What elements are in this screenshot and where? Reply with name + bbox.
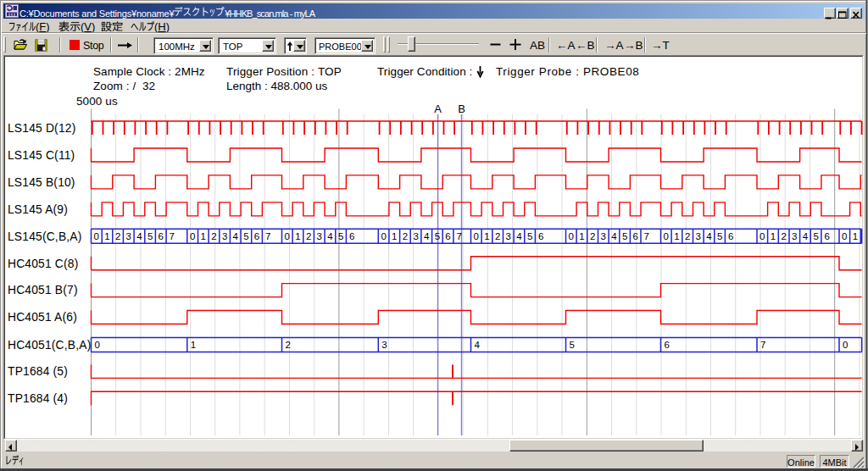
svg-text:1: 1: [853, 231, 858, 241]
svg-text:3: 3: [506, 231, 511, 241]
svg-text:4: 4: [706, 231, 712, 241]
svg-text:6: 6: [445, 231, 450, 241]
svg-text:4: 4: [424, 231, 430, 241]
svg-text:3: 3: [126, 231, 131, 241]
svg-text:0: 0: [381, 231, 386, 241]
svg-text:5: 5: [813, 231, 818, 241]
svg-text:Trigger Condition :: Trigger Condition :: [377, 65, 472, 78]
svg-text:5: 5: [243, 231, 248, 241]
svg-text:5: 5: [622, 231, 627, 241]
svg-text:1: 1: [191, 340, 196, 350]
svg-text:Zoom : / 32: Zoom : / 32: [93, 80, 155, 92]
svg-text:Trigger Position : TOP: Trigger Position : TOP: [226, 65, 342, 78]
svg-text:6: 6: [254, 231, 259, 241]
svg-text:4: 4: [327, 231, 333, 241]
svg-text:HC4051(C,B,A): HC4051(C,B,A): [8, 339, 91, 352]
svg-text:5: 5: [435, 231, 440, 241]
svg-text:4: 4: [232, 231, 238, 241]
svg-text:7: 7: [170, 231, 175, 241]
svg-text:2: 2: [685, 231, 690, 241]
svg-text:7: 7: [760, 340, 765, 350]
svg-text:Length : 488.000 us: Length : 488.000 us: [226, 80, 328, 92]
svg-text:2: 2: [286, 340, 291, 350]
svg-text:1: 1: [484, 231, 489, 241]
svg-text:6: 6: [824, 231, 829, 241]
svg-text:0: 0: [285, 231, 290, 241]
svg-text:2: 2: [115, 231, 120, 241]
svg-text:5000 us: 5000 us: [76, 95, 118, 108]
svg-text:6: 6: [349, 231, 354, 241]
svg-text:0: 0: [569, 231, 574, 241]
svg-text:3: 3: [222, 231, 227, 241]
svg-text:4: 4: [136, 231, 142, 241]
svg-text:LS145 B(10): LS145 B(10): [8, 176, 75, 189]
svg-text:5: 5: [147, 231, 153, 241]
svg-text:5: 5: [338, 231, 343, 241]
svg-text:2: 2: [211, 231, 216, 241]
svg-text:0: 0: [842, 231, 847, 241]
svg-text:4: 4: [475, 340, 481, 350]
svg-text:2: 2: [495, 231, 500, 241]
svg-text:5: 5: [570, 340, 575, 350]
svg-text:4: 4: [611, 231, 617, 241]
svg-text:HC4051 A(6): HC4051 A(6): [8, 311, 77, 324]
svg-text:Trigger Probe : PROBE08: Trigger Probe : PROBE08: [496, 65, 639, 78]
svg-text:5: 5: [527, 231, 532, 241]
svg-text:0: 0: [843, 340, 848, 350]
svg-text:6: 6: [158, 231, 163, 241]
svg-text:6: 6: [728, 231, 733, 241]
svg-text:7: 7: [456, 231, 461, 241]
svg-text:2: 2: [781, 231, 786, 241]
svg-text:4: 4: [803, 231, 809, 241]
svg-text:LS145 D(12): LS145 D(12): [8, 122, 75, 135]
svg-text:3: 3: [792, 231, 797, 241]
svg-text:0: 0: [94, 231, 99, 241]
svg-text:3: 3: [317, 231, 322, 241]
svg-text:1: 1: [392, 231, 397, 241]
svg-text:LS145 A(9): LS145 A(9): [8, 203, 68, 216]
svg-text:2: 2: [403, 231, 408, 241]
svg-text:1: 1: [674, 231, 679, 241]
svg-text:7: 7: [265, 231, 270, 241]
svg-text:3: 3: [696, 231, 701, 241]
svg-text:1: 1: [579, 231, 584, 241]
svg-text:B: B: [458, 103, 465, 115]
svg-text:Sample Clock : 2MHz: Sample Clock : 2MHz: [93, 65, 205, 78]
svg-text:4: 4: [516, 231, 522, 241]
svg-text:2: 2: [590, 231, 595, 241]
svg-text:HC4051 C(8): HC4051 C(8): [8, 258, 78, 270]
svg-text:0: 0: [474, 231, 479, 241]
svg-text:HC4051 B(7): HC4051 B(7): [8, 284, 78, 296]
svg-text:0: 0: [190, 231, 195, 241]
svg-text:1: 1: [201, 231, 206, 241]
svg-text:6: 6: [538, 231, 543, 241]
svg-text:A: A: [434, 103, 442, 115]
svg-text:5: 5: [717, 231, 722, 241]
svg-text:TP1684 (4): TP1684 (4): [8, 392, 68, 405]
svg-text:1: 1: [295, 231, 300, 241]
svg-text:3: 3: [413, 231, 418, 241]
svg-text:0: 0: [95, 340, 100, 350]
svg-text:LS145(C,B,A): LS145(C,B,A): [8, 230, 82, 243]
svg-text:1: 1: [771, 231, 776, 241]
svg-text:6: 6: [632, 231, 637, 241]
svg-text:3: 3: [601, 231, 606, 241]
svg-text:TP1684 (5): TP1684 (5): [8, 365, 68, 378]
svg-text:LS145 C(11): LS145 C(11): [8, 149, 75, 162]
svg-text:2: 2: [306, 231, 311, 241]
svg-text:1: 1: [104, 231, 109, 241]
svg-text:0: 0: [664, 231, 669, 241]
svg-text:3: 3: [381, 340, 387, 350]
svg-text:7: 7: [644, 231, 649, 241]
svg-text:6: 6: [665, 340, 670, 350]
svg-text:0: 0: [760, 231, 765, 241]
